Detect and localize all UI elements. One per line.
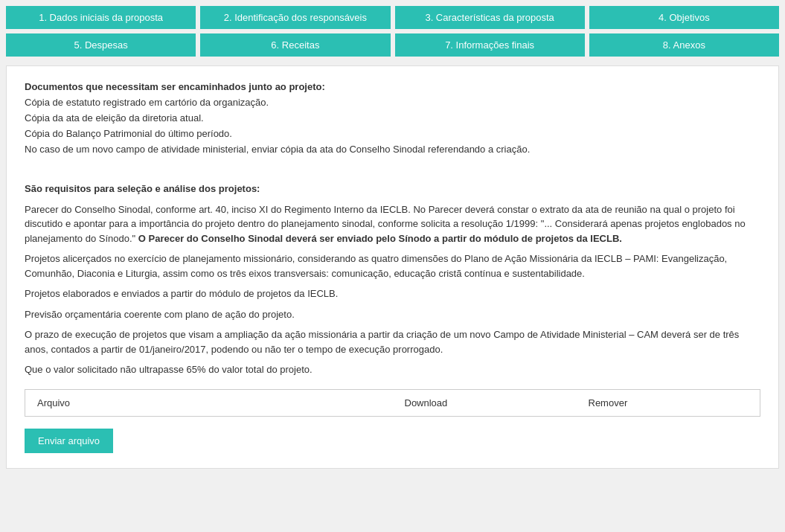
req-item-4: O prazo de execução de projetos que visa… (25, 327, 760, 356)
req-parecer-bold: O Parecer do Conselho Sinodal deverá ser… (138, 233, 622, 244)
tab-dados-iniciais[interactable]: 1. Dados iniciais da proposta (6, 6, 196, 29)
tab-receitas[interactable]: 6. Receitas (200, 33, 390, 57)
tab-despesas[interactable]: 5. Despesas (6, 33, 196, 57)
tab-anexos[interactable]: 8. Anexos (589, 33, 779, 57)
main-content: Documentos que necessitam ser encaminhad… (6, 65, 779, 469)
doc-section-title: Documentos que necessitam ser encaminhad… (25, 81, 760, 92)
tab-caracteristicas[interactable]: 3. Características da proposta (395, 6, 585, 29)
tabs-row-1: 1. Dados iniciais da proposta 2. Identif… (6, 6, 779, 29)
col-download: Download (393, 389, 577, 416)
req-section: São requisitos para seleção e análise do… (25, 182, 760, 377)
req-parecer: Parecer do Conselho Sinodal, conforme ar… (25, 202, 760, 246)
doc-item-2: Cópia da ata de eleição da diretoria atu… (25, 112, 760, 124)
tab-objetivos[interactable]: 4. Objetivos (589, 6, 779, 29)
doc-section: Documentos que necessitam ser encaminhad… (25, 81, 760, 155)
send-file-button[interactable]: Enviar arquivo (25, 429, 113, 453)
req-item-3: Previsão orçamentária coerente com plano… (25, 307, 760, 322)
doc-item-4: No caso de um novo campo de atividade mi… (25, 144, 760, 155)
req-section-title: São requisitos para seleção e análise do… (25, 182, 760, 196)
file-table: Arquivo Download Remover (25, 389, 760, 417)
req-item-1: Projetos alicerçados no exercício de pla… (25, 251, 760, 281)
tab-informacoes-finais[interactable]: 7. Informações finais (395, 33, 585, 57)
doc-item-1: Cópia de estatuto registrado em cartório… (25, 97, 760, 108)
req-item-5: Que o valor solicitado não ultrapasse 65… (25, 362, 760, 377)
tabs-row-2: 5. Despesas 6. Receitas 7. Informações f… (6, 33, 779, 57)
req-item-2: Projetos elaborados e enviados a partir … (25, 286, 760, 301)
tab-identificacao[interactable]: 2. Identificação dos responsáveis (200, 6, 390, 29)
col-arquivo: Arquivo (25, 389, 393, 416)
file-table-header: Arquivo Download Remover (25, 389, 760, 416)
doc-item-3: Cópia do Balanço Patrimonial do último p… (25, 128, 760, 139)
col-remover: Remover (577, 389, 760, 416)
